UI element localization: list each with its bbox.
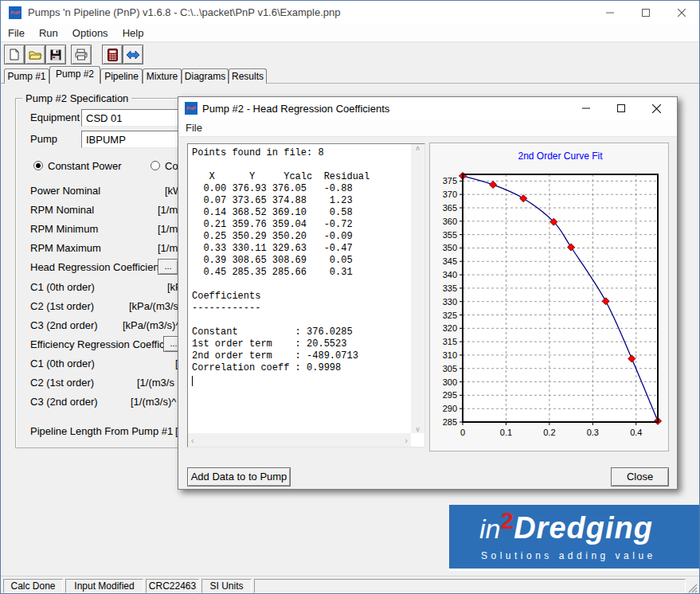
status-calc-state: Calc Done — [3, 579, 63, 593]
y-tick-label: 300 — [443, 377, 457, 387]
tab-pump-2[interactable]: Pump #2 — [49, 66, 100, 84]
tab-diagrams[interactable]: Diagrams — [182, 68, 229, 84]
toolbar — [1, 43, 699, 66]
spec-row-label: C3 (2nd order) — [30, 319, 98, 331]
spec-row-unit: [1/(m3/s)^ — [131, 396, 176, 408]
y-tick-label: 325 — [443, 311, 457, 320]
group-title: Pump #2 Specification — [22, 92, 131, 104]
close-icon[interactable] — [663, 1, 699, 25]
close-button[interactable]: Close — [611, 467, 669, 487]
tab-pump-1[interactable]: Pump #1 — [4, 68, 49, 84]
tab-pipeline[interactable]: Pipeline — [100, 68, 143, 84]
x-tick-label: 0.1 — [500, 428, 512, 437]
x-tick-label: 0.4 — [630, 428, 642, 437]
horizontal-scrollbar[interactable]: ‹› — [188, 433, 411, 447]
status-units: SI Units — [201, 579, 252, 593]
ellipsis-button[interactable]: ... — [158, 259, 178, 275]
y-tick-label: 340 — [443, 270, 457, 279]
spec-row-unit: [kPa/(m3/s — [129, 300, 178, 312]
y-tick-label: 350 — [443, 243, 457, 252]
menu-options[interactable]: Options — [65, 27, 115, 39]
constant-power-radio[interactable] — [33, 161, 43, 170]
save-icon[interactable] — [45, 45, 66, 64]
second-mode-label: Co — [165, 160, 178, 172]
chart-title: 2nd Order Curve Fit — [518, 150, 603, 162]
curve-fit-chart: 2852902953003053103153203253303353403453… — [430, 143, 670, 452]
second-mode-radio[interactable] — [151, 161, 160, 170]
pump-label: Pump — [30, 133, 57, 145]
resize-grip[interactable] — [688, 584, 698, 593]
spec-row-unit: [1/(m3/s — [137, 377, 174, 389]
title-bar: PnP Pumps 'n Pipeline (PnP) v1.6.8 - C:\… — [1, 1, 699, 25]
minimize-icon[interactable] — [592, 1, 628, 25]
status-empty — [254, 579, 686, 593]
text-cursor — [192, 376, 193, 386]
logo-prefix: in — [479, 514, 500, 544]
spec-row-unit: [1/mi — [158, 204, 180, 216]
y-tick-label: 290 — [443, 404, 457, 413]
in2dredging-logo: in2Dredging Solutions adding value — [449, 505, 700, 571]
spec-row-label: RPM Maximum — [30, 242, 101, 254]
open-folder-icon[interactable] — [25, 45, 45, 64]
y-tick-label: 375 — [443, 176, 457, 186]
y-tick-label: 345 — [443, 256, 457, 266]
spec-row-label: C1 (0th order) — [30, 358, 95, 369]
menu-help[interactable]: Help — [115, 27, 151, 39]
regression-output-text: Points found in file: 8 X Y Ycalc Residu… — [189, 145, 411, 433]
scroll-down-icon[interactable]: ∨ — [415, 425, 420, 433]
status-crc: CRC22463 — [146, 579, 199, 593]
dialog-menu-file[interactable]: File — [178, 122, 209, 134]
add-data-to-pump-button[interactable]: Add Data to to Pump — [187, 467, 291, 487]
calculator-icon[interactable] — [102, 45, 123, 64]
x-tick-label: 0.2 — [543, 428, 555, 437]
spec-row-unit: [1/mi — [158, 242, 180, 254]
scroll-left-icon[interactable]: ‹ — [191, 436, 194, 445]
spec-row-label: C2 (1st order) — [30, 377, 94, 389]
transfer-arrows-icon[interactable] — [123, 45, 143, 64]
y-tick-label: 365 — [443, 203, 457, 213]
spec-row-label: RPM Minimum — [30, 223, 98, 235]
tab-mixture[interactable]: Mixture — [143, 68, 182, 84]
y-tick-label: 320 — [443, 323, 457, 333]
y-tick-label: 330 — [443, 297, 457, 307]
status-bar: Calc Done Input Modified CRC22463 SI Uni… — [1, 576, 699, 594]
curve-fit-chart-panel: 2852902953003053103153203253303353403453… — [429, 143, 669, 451]
spec-row-label: C1 (0th order) — [30, 281, 95, 293]
window-title: Pumps 'n Pipeline (PnP) v1.6.8 - C:\..\p… — [28, 6, 340, 18]
logo-name: Dredging — [514, 511, 653, 545]
spec-row-label: Head Regression Coefficients: — [30, 261, 170, 273]
scroll-up-icon[interactable]: ∧ — [415, 144, 420, 152]
maximize-icon[interactable] — [628, 1, 663, 25]
spec-row-label: C3 (2nd order) — [30, 396, 98, 408]
constant-power-label: Constant Power — [48, 160, 122, 172]
x-tick-label: 0 — [460, 428, 465, 437]
dialog-maximize-icon[interactable] — [604, 97, 639, 119]
new-file-icon[interactable] — [4, 45, 25, 64]
status-input-state: Input Modified — [65, 579, 143, 593]
tab-results[interactable]: Results — [229, 68, 267, 84]
menu-bar: File Run Options Help — [1, 25, 699, 42]
y-tick-label: 315 — [443, 337, 457, 346]
scroll-right-icon[interactable]: › — [405, 436, 408, 445]
equipment-label: Equipment — [30, 111, 80, 123]
regression-output-textarea[interactable]: Points found in file: 8 X Y Ycalc Residu… — [187, 143, 425, 447]
menu-file[interactable]: File — [1, 27, 32, 39]
y-tick-label: 335 — [443, 283, 457, 293]
dialog-app-icon: PnP — [185, 102, 197, 115]
logo-exponent: 2 — [500, 507, 514, 533]
x-tick-label: 0.3 — [587, 428, 599, 437]
main-window: PnP Pumps 'n Pipeline (PnP) v1.6.8 - C:\… — [0, 0, 700, 594]
dialog-menu-bar: File — [178, 119, 677, 137]
vertical-scrollbar[interactable]: ∧∨ — [411, 144, 424, 433]
print-icon[interactable] — [71, 45, 92, 64]
spec-row-unit: [1/mi — [158, 223, 180, 235]
menu-run[interactable]: Run — [32, 27, 65, 39]
dialog-minimize-icon[interactable] — [569, 97, 604, 119]
spec-row-label: Pipeline Length From Pump #1 — [30, 425, 173, 437]
dialog-close-icon[interactable] — [639, 97, 674, 119]
logo-tagline: Solutions adding value — [481, 550, 656, 561]
spec-row-label: C2 (1st order) — [30, 300, 94, 312]
y-tick-label: 360 — [443, 217, 457, 226]
y-tick-label: 355 — [443, 230, 457, 240]
spec-row-label: Power Nominal — [30, 185, 100, 197]
